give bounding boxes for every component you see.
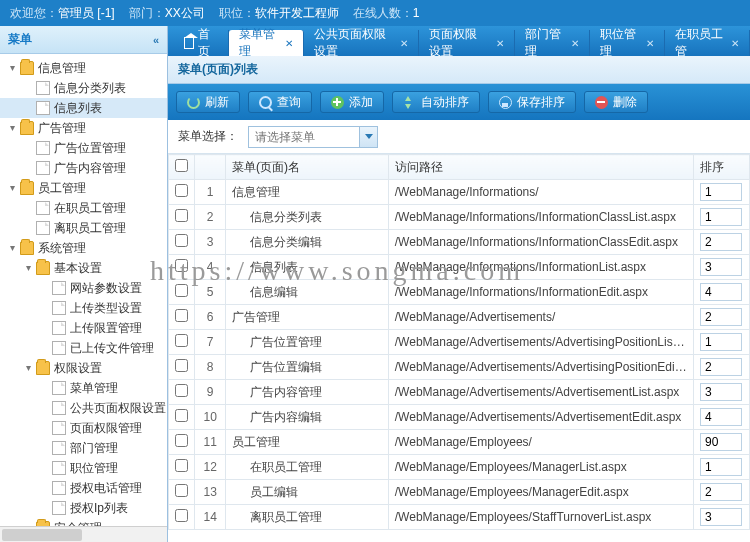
expand-toggle-icon[interactable]: ▾ [22,258,34,278]
row-checkbox[interactable] [175,409,188,422]
sort-input[interactable] [700,283,742,301]
tree-page[interactable]: 授权电话管理 [0,478,167,498]
close-icon[interactable]: ✕ [285,38,293,49]
sort-input[interactable] [700,208,742,226]
tree-page[interactable]: 公共页面权限设置 [0,398,167,418]
table-row[interactable]: 3信息分类编辑/WebManage/Informations/Informati… [169,230,750,255]
tree-folder[interactable]: ▾权限设置 [0,358,167,378]
table-row[interactable]: 6广告管理/WebManage/Advertisements/ [169,305,750,330]
expand-toggle-icon[interactable]: ▾ [6,178,18,198]
row-checkbox[interactable] [175,484,188,497]
search-button[interactable]: 查询 [248,91,312,113]
table-row[interactable]: 7广告位置管理/WebManage/Advertisements/Adverti… [169,330,750,355]
tree-folder[interactable]: ▾基本设置 [0,258,167,278]
sort-input[interactable] [700,483,742,501]
table-row[interactable]: 10广告内容编辑/WebManage/Advertisements/Advert… [169,405,750,430]
sidebar-scrollbar[interactable] [0,526,167,542]
select-all-checkbox[interactable] [175,159,188,172]
tab[interactable]: 菜单管理✕ [229,30,304,56]
sort-input[interactable] [700,433,742,451]
row-checkbox[interactable] [175,384,188,397]
row-checkbox[interactable] [175,359,188,372]
menu-select-input[interactable] [249,127,359,147]
tree-page[interactable]: 信息分类列表 [0,78,167,98]
savesort-button[interactable]: 保存排序 [488,91,576,113]
table-row[interactable]: 12在职员工管理/WebManage/Employees/ManagerList… [169,455,750,480]
expand-toggle-icon[interactable]: ▾ [6,118,18,138]
tab[interactable]: 公共页面权限设置✕ [304,30,420,56]
row-checkbox[interactable] [175,434,188,447]
sort-input[interactable] [700,308,742,326]
tree-page[interactable]: 页面权限管理 [0,418,167,438]
table-row[interactable]: 11员工管理/WebManage/Employees/ [169,430,750,455]
close-icon[interactable]: ✕ [496,38,504,49]
table-row[interactable]: 9广告内容管理/WebManage/Advertisements/Adverti… [169,380,750,405]
tab[interactable]: 在职员工管✕ [665,30,750,56]
tree-folder[interactable]: ▾系统管理 [0,238,167,258]
tree-page[interactable]: 上传限置管理 [0,318,167,338]
row-checkbox[interactable] [175,284,188,297]
menu-select[interactable] [248,126,378,148]
sort-input[interactable] [700,408,742,426]
chevron-down-icon[interactable] [359,127,377,147]
tree-page[interactable]: 授权Ip列表 [0,498,167,518]
tree-folder[interactable]: ▾员工管理 [0,178,167,198]
row-checkbox[interactable] [175,309,188,322]
tree-page[interactable]: 离职员工管理 [0,218,167,238]
tree-folder[interactable]: ▾信息管理 [0,58,167,78]
table-row[interactable]: 5信息编辑/WebManage/Informations/Information… [169,280,750,305]
tree-page[interactable]: 已上传文件管理 [0,338,167,358]
tab[interactable]: 页面权限设置✕ [419,30,514,56]
tab[interactable]: 部门管理✕ [515,30,590,56]
close-icon[interactable]: ✕ [400,38,408,49]
expand-toggle-icon[interactable]: ▾ [6,238,18,258]
sort-input[interactable] [700,458,742,476]
tree-folder[interactable]: ▾广告管理 [0,118,167,138]
tree-page[interactable]: 职位管理 [0,458,167,478]
sort-input[interactable] [700,233,742,251]
sort-input[interactable] [700,333,742,351]
tree-page[interactable]: 网站参数设置 [0,278,167,298]
expand-toggle-icon[interactable]: ▾ [6,58,18,78]
collapse-sidebar-icon[interactable]: « [153,34,159,46]
expand-toggle-icon[interactable]: ▸ [22,518,34,526]
refresh-button[interactable]: 刷新 [176,91,240,113]
autosort-button[interactable]: 自动排序 [392,91,480,113]
sort-input[interactable] [700,508,742,526]
row-checkbox[interactable] [175,234,188,247]
tree-page[interactable]: 广告内容管理 [0,158,167,178]
col-path[interactable]: 访问路径 [388,155,693,180]
table-row[interactable]: 14离职员工管理/WebManage/Employees/StaffTurnov… [169,505,750,530]
row-checkbox[interactable] [175,509,188,522]
sort-input[interactable] [700,258,742,276]
tree-page[interactable]: 广告位置管理 [0,138,167,158]
delete-button[interactable]: 删除 [584,91,648,113]
row-checkbox[interactable] [175,334,188,347]
col-name[interactable]: 菜单(页面)名 [225,155,388,180]
tree-page[interactable]: 在职员工管理 [0,198,167,218]
row-checkbox[interactable] [175,184,188,197]
tree-page[interactable]: 信息列表 [0,98,167,118]
close-icon[interactable]: ✕ [646,38,654,49]
table-row[interactable]: 2信息分类列表/WebManage/Informations/Informati… [169,205,750,230]
close-icon[interactable]: ✕ [731,38,739,49]
tree-page[interactable]: 部门管理 [0,438,167,458]
table-row[interactable]: 13员工编辑/WebManage/Employees/ManagerEdit.a… [169,480,750,505]
table-row[interactable]: 8广告位置编辑/WebManage/Advertisements/Adverti… [169,355,750,380]
tab[interactable]: 职位管理✕ [590,30,665,56]
tree-folder[interactable]: ▸安全管理 [0,518,167,526]
table-row[interactable]: 4信息列表/WebManage/Informations/Information… [169,255,750,280]
sort-input[interactable] [700,183,742,201]
row-checkbox[interactable] [175,459,188,472]
row-checkbox[interactable] [175,259,188,272]
col-sort[interactable]: 排序 [694,155,750,180]
sort-input[interactable] [700,358,742,376]
tree-page[interactable]: 上传类型设置 [0,298,167,318]
sort-input[interactable] [700,383,742,401]
close-icon[interactable]: ✕ [571,38,579,49]
tree-page[interactable]: 菜单管理 [0,378,167,398]
row-checkbox[interactable] [175,209,188,222]
expand-toggle-icon[interactable]: ▾ [22,358,34,378]
tab[interactable]: 首页 [174,30,229,56]
table-row[interactable]: 1信息管理/WebManage/Informations/ [169,180,750,205]
